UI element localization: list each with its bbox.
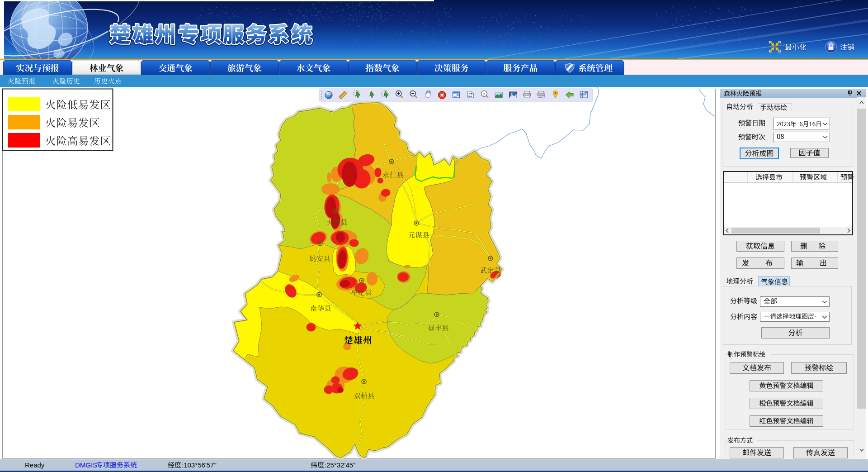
svg-text:DMGIS: DMGIS	[75, 461, 97, 469]
svg-text::103°56'57": :103°56'57"	[182, 461, 217, 469]
svg-text:Ready: Ready	[25, 461, 45, 469]
svg-text::25°32'45": :25°32'45"	[325, 461, 355, 469]
